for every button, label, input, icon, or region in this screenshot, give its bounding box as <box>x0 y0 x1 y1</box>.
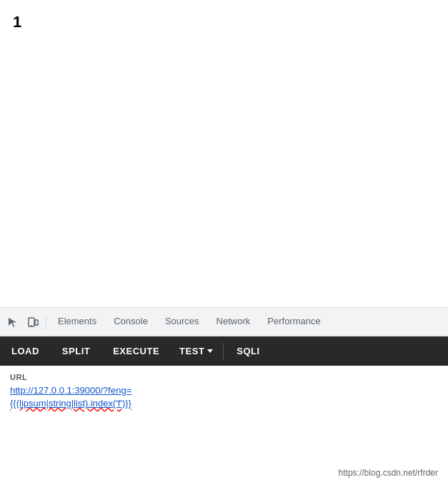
tab-network[interactable]: Network <box>208 307 259 336</box>
device-icon <box>27 316 39 328</box>
tab-performance[interactable]: Performance <box>259 307 329 336</box>
tab-elements[interactable]: Elements <box>49 307 105 336</box>
page-number: 1 <box>13 13 21 31</box>
tab-sources[interactable]: Sources <box>156 307 208 336</box>
split-button[interactable]: SPLIT <box>51 340 101 362</box>
sqli-label: SQLI <box>225 340 271 362</box>
cursor-icon-button[interactable] <box>3 312 23 332</box>
url-label: URL <box>10 373 438 381</box>
devtools-tab-bar: Elements Console Sources Network Perform… <box>0 307 448 336</box>
devtools-panel: Elements Console Sources Network Perform… <box>0 307 448 485</box>
toolbar-separator <box>223 343 224 360</box>
cursor-icon <box>7 316 19 328</box>
test-dropdown-arrow <box>207 349 213 353</box>
status-bar: https://blog.csdn.net/rfrder <box>10 465 438 478</box>
svg-rect-0 <box>29 318 34 326</box>
main-content: 1 <box>0 0 448 307</box>
test-button[interactable]: TEST <box>171 340 221 362</box>
load-button[interactable]: LOAD <box>0 340 51 362</box>
tab-console[interactable]: Console <box>105 307 156 336</box>
info-panel: URL http://127.0.0.1:39000/?feng= {{(lip… <box>0 366 448 485</box>
execute-button[interactable]: EXECUTE <box>101 340 171 362</box>
status-url: https://blog.csdn.net/rfrder <box>339 468 438 478</box>
url-value[interactable]: http://127.0.0.1:39000/?feng= {{(lipsum|… <box>10 384 438 410</box>
toolbar-row: LOAD SPLIT EXECUTE TEST SQLI <box>0 336 448 366</box>
svg-rect-1 <box>35 320 38 325</box>
device-icon-button[interactable] <box>23 312 43 332</box>
tab-divider <box>46 315 46 329</box>
